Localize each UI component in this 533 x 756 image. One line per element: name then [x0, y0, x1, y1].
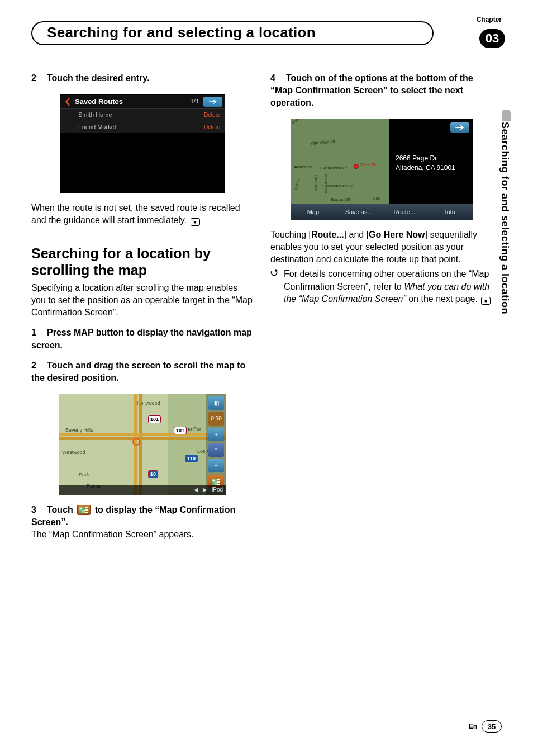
route-button: Route...: [382, 204, 428, 220]
step-2: 2Touch the desired entry.: [31, 72, 254, 84]
saved-routes-screenshot: Saved Routes 1/1 Smith Home Delete Frien…: [60, 94, 225, 193]
map-scroll-screenshot: Hollywood Beverly Hills Westwood Palms E…: [59, 394, 226, 495]
side-tab-accent: [502, 110, 511, 121]
map-list-icon: [77, 505, 91, 515]
map-side-panel: ◧ 0:50 ＋ ≡ −: [206, 394, 226, 495]
play-icon: ▶: [203, 486, 207, 494]
info-button: Info: [427, 204, 473, 220]
zoom-in-icon: ＋: [208, 428, 224, 441]
street-label: E Altadena Dr: [320, 165, 347, 171]
page-title-frame: Searching for and selecting a location: [31, 21, 434, 45]
destination-marker-icon: [354, 164, 359, 169]
route-shield: 101: [148, 415, 161, 423]
page-number: 35: [482, 720, 502, 733]
step-text: Touch and drag the screen to scroll the …: [31, 361, 245, 382]
layers-icon: ≡: [208, 443, 224, 457]
step-1: 1Press MAP button to display the navigat…: [31, 327, 254, 351]
page-footer: En 35: [469, 720, 502, 733]
chapter-label: Chapter: [477, 16, 502, 23]
street-label: Altadena: [294, 164, 313, 170]
chapter-number-badge: 03: [479, 29, 505, 48]
route-shield: 10: [148, 470, 158, 478]
save-as-button: Save as...: [336, 204, 382, 220]
language-code: En: [469, 722, 477, 730]
forward-icon: [203, 97, 222, 107]
side-tab-text: Searching for and selecting a location: [499, 122, 511, 314]
back-icon: [63, 97, 73, 107]
saved-route-row: Friend Market Delete: [60, 121, 225, 133]
end-mark-icon: ■: [191, 218, 200, 226]
left-column: 2Touch the desired entry. Saved Routes 1…: [31, 72, 254, 541]
street-label: Page Dr: [291, 119, 305, 126]
map-label: Hollywood: [137, 400, 160, 407]
step-number: 3: [31, 504, 47, 516]
map-button: Map: [291, 204, 336, 220]
saved-route-label: Smith Home: [60, 111, 199, 119]
step-number: 1: [31, 327, 47, 339]
street-label: Holliston Ln: [323, 173, 329, 193]
map-label: Beverly Hills: [65, 427, 93, 433]
step-number: 2: [31, 72, 47, 84]
street-label: Lake Ave: [313, 175, 318, 191]
zoom-out-icon: −: [208, 459, 224, 472]
section-heading: Searching for a location by scrolling th…: [31, 245, 254, 278]
route-shield: 101: [174, 427, 187, 434]
step-2b: 2Touch and drag the screen to scroll the…: [31, 360, 254, 384]
forward-icon: [450, 122, 469, 133]
step-4: 4Touch on of the options at the bottom o…: [270, 72, 493, 109]
saved-routes-count: 1/1: [191, 97, 199, 106]
map-label: Park: [79, 471, 89, 478]
delete-button: Delete: [199, 124, 225, 131]
step-text: Touch on of the options at the bottom of…: [270, 73, 473, 107]
map-mode-icon: ◧: [208, 396, 224, 410]
step-text: Press MAP button to display the navigati…: [31, 328, 252, 349]
prev-track-icon: ◀: [194, 486, 198, 494]
body-paragraph: When the route is not set, the saved rou…: [31, 202, 254, 226]
route-shield: 110: [185, 455, 198, 462]
map-label: Westwood: [62, 449, 85, 456]
street-label: Boston St: [331, 196, 350, 202]
end-mark-icon: ■: [481, 297, 491, 305]
map-confirmation-screenshot: Alta Vista Dr Altadena E Altadena Dr Cre…: [291, 119, 473, 220]
time-badge: 0:50: [208, 412, 224, 426]
page-title: Searching for and selecting a location: [47, 24, 418, 41]
body-paragraph: Touching [Route...] and [Go Here Now] se…: [270, 229, 493, 266]
delete-button: Delete: [199, 111, 225, 119]
step-3: 3Touch to display the “Map Confirmation …: [31, 504, 254, 528]
bullet-note: For details concerning other operations …: [270, 268, 493, 305]
go-here-now-keyword: Go Here Now: [369, 230, 425, 239]
step-text-pre: Touch: [47, 505, 75, 514]
step-text: Touch the desired entry.: [47, 73, 149, 83]
street-label: Las: [373, 195, 380, 201]
ipod-label: iPod: [212, 486, 223, 494]
right-column: 4Touch on of the options at the bottom o…: [270, 72, 493, 541]
route-keyword: Route...: [311, 230, 344, 239]
step-number: 2: [31, 360, 47, 372]
saved-route-label: Friend Market: [60, 123, 199, 131]
street-label: Las Fl: [293, 178, 302, 190]
crosshair-icon: [132, 438, 140, 446]
body-paragraph: Specifying a location after scrolling th…: [31, 282, 254, 319]
body-paragraph: The “Map Confirmation Screen” appears.: [31, 528, 254, 541]
street-label: Crest Dr: [360, 162, 377, 168]
step-number: 4: [270, 72, 286, 84]
street-label: Alta Vista Dr: [311, 138, 336, 147]
saved-routes-title: Saved Routes: [75, 97, 191, 107]
bullet-arrow-icon: [270, 268, 284, 305]
saved-route-row: Smith Home Delete: [60, 108, 225, 121]
address-display: 2666 Page Dr Altadena, CA 91001: [396, 154, 455, 173]
